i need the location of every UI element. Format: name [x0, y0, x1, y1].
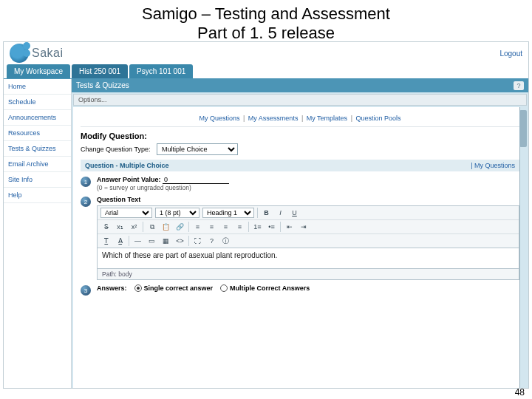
- change-type-select[interactable]: Multiple Choice: [157, 143, 238, 155]
- leftnav-announcements[interactable]: Announcements: [4, 110, 71, 126]
- tool-content: My Questions | My Assessments | My Templ…: [73, 107, 527, 388]
- rte-bold-icon[interactable]: B: [261, 208, 272, 218]
- leftnav-schedule[interactable]: Schedule: [4, 95, 71, 110]
- radio-multiple-correct[interactable]: [220, 284, 228, 292]
- rte-hr-icon[interactable]: —: [132, 236, 143, 246]
- opt-multiple-label: Multiple Correct Answers: [230, 284, 310, 292]
- question-text-label: Question Text: [97, 196, 519, 203]
- rte-table-icon[interactable]: ▦: [160, 236, 171, 246]
- scrollbar-thumb[interactable]: [519, 110, 527, 147]
- subnav-my-questions[interactable]: My Questions: [199, 115, 239, 122]
- rte-align-right-icon[interactable]: ≡: [220, 222, 231, 232]
- rte-font-family[interactable]: Arial: [100, 208, 152, 218]
- step-3: 3 Answers: Single correct answer Multipl…: [81, 284, 519, 296]
- rte-strike-icon[interactable]: S̶: [100, 222, 112, 232]
- sakai-logo-text: Sakai: [32, 47, 64, 60]
- rte-block-format[interactable]: Heading 1: [202, 208, 254, 218]
- body-row: Home Schedule Announcements Resources Te…: [4, 79, 528, 388]
- leftnav-home[interactable]: Home: [4, 79, 71, 95]
- question-band-label: Question - Multiple Choice: [85, 162, 169, 169]
- rte-underline-icon[interactable]: U: [289, 208, 300, 218]
- sakai-logo-icon: [10, 44, 29, 63]
- rte-about-icon[interactable]: ⓘ: [220, 236, 231, 246]
- site-tab-hist250[interactable]: Hist 250 001: [72, 64, 128, 78]
- subnav-my-assessments[interactable]: My Assessments: [248, 115, 299, 122]
- rte-outdent-icon[interactable]: ⇤: [284, 222, 295, 232]
- slide-title: Samigo – Testing and Assessment Part of …: [0, 0, 532, 44]
- app-header: Sakai Logout: [4, 42, 528, 64]
- logout-link[interactable]: Logout: [499, 50, 522, 58]
- rte-list-ordered-icon[interactable]: 1≡: [252, 222, 263, 232]
- leftnav-help[interactable]: Help: [4, 188, 71, 203]
- main-area: Tests & Quizzes ? Options... My Question…: [72, 79, 528, 388]
- radio-single-correct[interactable]: [134, 284, 142, 292]
- tool-help-icon[interactable]: ?: [514, 81, 524, 90]
- subnav-question-pools[interactable]: Question Pools: [356, 115, 401, 122]
- rte-copy-icon[interactable]: ⧉: [146, 222, 157, 232]
- rte-align-left-icon[interactable]: ≡: [192, 222, 203, 232]
- sakai-app-window: Sakai Logout My Workspace Hist 250 001 P…: [3, 41, 529, 389]
- rte-source-icon[interactable]: <>: [174, 236, 185, 246]
- rte-path-bar: Path: body: [97, 269, 519, 280]
- rte-paste-icon[interactable]: 📋: [160, 222, 171, 232]
- step-2: 2 Question Text Arial 1 (8 pt) Heading 1…: [81, 196, 519, 280]
- rte-align-center-icon[interactable]: ≡: [206, 222, 217, 232]
- rte-superscript-icon[interactable]: x²: [129, 222, 140, 232]
- scrollbar-track[interactable]: [519, 107, 527, 388]
- rte-list-bullet-icon[interactable]: •≡: [266, 222, 277, 232]
- rte-image-icon[interactable]: ▭: [146, 236, 157, 246]
- rte-italic-icon[interactable]: I: [275, 208, 286, 218]
- rte-link-icon[interactable]: 🔗: [174, 222, 185, 232]
- answers-label: Answers:: [97, 284, 127, 292]
- sakai-logo: Sakai: [10, 44, 64, 63]
- rte-indent-icon[interactable]: ⇥: [298, 222, 309, 232]
- rte-textcolor-icon[interactable]: T̲: [100, 236, 112, 246]
- slide-number: 48: [515, 387, 525, 398]
- rte-justify-icon[interactable]: ≡: [234, 222, 245, 232]
- site-tab-psych101[interactable]: Psych 101 001: [129, 64, 193, 78]
- tool-title-text: Tests & Quizzes: [76, 81, 129, 90]
- step-1: 1 Answer Point Value: (0 = survey or ung…: [81, 176, 519, 191]
- rte-help-icon[interactable]: ?: [206, 236, 217, 246]
- rte-font-size[interactable]: 1 (8 pt): [155, 208, 200, 218]
- opt-single-label: Single correct answer: [144, 284, 214, 292]
- site-tab-myworkspace[interactable]: My Workspace: [7, 64, 70, 78]
- left-nav: Home Schedule Announcements Resources Te…: [4, 79, 72, 388]
- assessment-subnav: My Questions | My Assessments | My Templ…: [81, 112, 519, 127]
- rte-subscript-icon[interactable]: x₁: [115, 222, 126, 232]
- question-band: Question - Multiple Choice | My Question…: [81, 160, 519, 171]
- subnav-my-templates[interactable]: My Templates: [307, 115, 347, 122]
- leftnav-tests-quizzes[interactable]: Tests & Quizzes: [4, 141, 71, 157]
- answer-point-input[interactable]: [163, 176, 229, 184]
- options-bar[interactable]: Options...: [73, 94, 527, 106]
- leftnav-site-info[interactable]: Site Info: [4, 172, 71, 188]
- rte-fullscreen-icon[interactable]: ⛶: [192, 236, 203, 246]
- site-tabs: My Workspace Hist 250 001 Psych 101 001: [4, 64, 528, 79]
- leftnav-email-archive[interactable]: Email Archive: [4, 157, 71, 172]
- modify-question-heading: Modify Question:: [81, 132, 519, 140]
- rte-editor[interactable]: Which of these are part of asexual plant…: [97, 248, 519, 269]
- rte-path-label: Path:: [102, 270, 117, 278]
- step-1-badge: 1: [81, 177, 91, 187]
- answer-point-hint: (0 = survey or ungraded question): [97, 184, 519, 191]
- rte-path-value: body: [118, 270, 132, 278]
- rte-toolbar: Arial 1 (8 pt) Heading 1 B I U S̶: [97, 205, 519, 248]
- change-type-label: Change Question Type:: [81, 146, 150, 153]
- step-2-badge: 2: [81, 197, 91, 207]
- question-band-myquestions[interactable]: | My Questions: [471, 162, 515, 169]
- step-3-badge: 3: [81, 285, 91, 296]
- rte-bgcolor-icon[interactable]: A̲: [115, 236, 126, 246]
- answer-point-label: Answer Point Value:: [97, 176, 161, 183]
- tool-titlebar: Tests & Quizzes ?: [72, 79, 528, 92]
- leftnav-resources[interactable]: Resources: [4, 126, 71, 141]
- change-type-row: Change Question Type: Multiple Choice: [81, 143, 519, 155]
